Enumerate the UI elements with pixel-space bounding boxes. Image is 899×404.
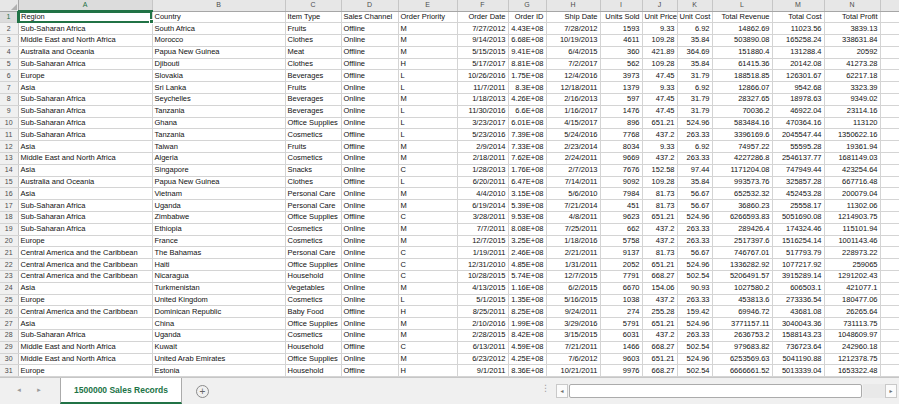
cell-F11[interactable]: 5/23/2016 — [457, 129, 508, 141]
cell-N16[interactable]: 200079.04 — [824, 188, 880, 200]
cell-L25[interactable]: 453813.6 — [712, 294, 772, 306]
cell-E26[interactable]: H — [398, 306, 457, 318]
cell-C5[interactable]: Clothes — [285, 58, 341, 70]
cell-D30[interactable]: Online — [341, 353, 398, 365]
cell-overflow-11[interactable] — [880, 129, 899, 141]
cell-M13[interactable]: 2546137.77 — [772, 153, 824, 165]
cell-H10[interactable]: 4/15/2017 — [546, 117, 600, 129]
cell-M5[interactable]: 20142.08 — [772, 58, 824, 70]
tab-scrollbar-divider-handle[interactable]: ⋮ — [541, 383, 550, 393]
cell-I12[interactable]: 8034 — [600, 141, 642, 153]
cell-N10[interactable]: 113120 — [824, 117, 880, 129]
cell-J9[interactable]: 47.45 — [642, 105, 677, 117]
column-header-M[interactable]: M — [772, 0, 824, 11]
cell-F18[interactable]: 3/28/2011 — [457, 212, 508, 224]
cell-L14[interactable]: 1171204.08 — [712, 164, 772, 176]
cell-H1[interactable]: Ship Date — [546, 11, 600, 23]
cell-G2[interactable]: 4.43E+08 — [508, 23, 546, 35]
cell-A16[interactable]: Asia — [18, 188, 152, 200]
cell-G29[interactable]: 4.59E+08 — [508, 341, 546, 353]
cell-M8[interactable]: 18978.63 — [772, 94, 824, 106]
cell-E2[interactable]: M — [398, 23, 457, 35]
cell-E29[interactable]: C — [398, 341, 457, 353]
cell-B2[interactable]: South Africa — [152, 23, 285, 35]
cell-M25[interactable]: 273336.54 — [772, 294, 824, 306]
cell-A12[interactable]: Asia — [18, 141, 152, 153]
cell-K27[interactable]: 524.96 — [677, 318, 712, 330]
row-header-21[interactable]: 21 — [0, 247, 18, 259]
cell-M26[interactable]: 43681.08 — [772, 306, 824, 318]
cell-L13[interactable]: 4227286.8 — [712, 153, 772, 165]
cell-D1[interactable]: Sales Channel — [341, 11, 398, 23]
row-header-16[interactable]: 16 — [0, 188, 18, 200]
cell-overflow-25[interactable] — [880, 294, 899, 306]
row-header-17[interactable]: 17 — [0, 200, 18, 212]
cell-G26[interactable]: 8.25E+08 — [508, 306, 546, 318]
cell-N9[interactable]: 23114.16 — [824, 105, 880, 117]
cell-N18[interactable]: 1214903.75 — [824, 212, 880, 224]
next-sheet-icon[interactable]: ► — [36, 387, 42, 393]
cell-E5[interactable]: H — [398, 58, 457, 70]
row-header-28[interactable]: 28 — [0, 330, 18, 342]
cell-I22[interactable]: 2052 — [600, 259, 642, 271]
cell-A23[interactable]: Central America and the Caribbean — [18, 271, 152, 283]
cell-D22[interactable]: Online — [341, 259, 398, 271]
cell-E4[interactable]: M — [398, 46, 457, 58]
cell-H15[interactable]: 7/14/2011 — [546, 176, 600, 188]
cell-B3[interactable]: Morocco — [152, 35, 285, 47]
cell-N22[interactable]: 259065 — [824, 259, 880, 271]
cell-overflow-26[interactable] — [880, 306, 899, 318]
cell-K17[interactable]: 56.67 — [677, 200, 712, 212]
cell-D26[interactable]: Offline — [341, 306, 398, 318]
cell-H18[interactable]: 4/8/2011 — [546, 212, 600, 224]
cell-M31[interactable]: 5013339.04 — [772, 365, 824, 377]
cell-K20[interactable]: 263.33 — [677, 235, 712, 247]
column-header-E[interactable]: E — [398, 0, 457, 11]
cell-L3[interactable]: 503890.08 — [712, 35, 772, 47]
cell-B22[interactable]: Haiti — [152, 259, 285, 271]
cell-C10[interactable]: Office Supplies — [285, 117, 341, 129]
cell-K5[interactable]: 35.84 — [677, 58, 712, 70]
cell-D5[interactable]: Offline — [341, 58, 398, 70]
cell-L30[interactable]: 6253569.63 — [712, 353, 772, 365]
cell-K16[interactable]: 56.67 — [677, 188, 712, 200]
cell-G16[interactable]: 3.15E+08 — [508, 188, 546, 200]
cell-J26[interactable]: 255.28 — [642, 306, 677, 318]
cell-J14[interactable]: 152.58 — [642, 164, 677, 176]
cell-K7[interactable]: 6.92 — [677, 82, 712, 94]
cell-E17[interactable]: M — [398, 200, 457, 212]
cell-G8[interactable]: 4.26E+08 — [508, 94, 546, 106]
cell-H27[interactable]: 3/29/2016 — [546, 318, 600, 330]
cell-E13[interactable]: M — [398, 153, 457, 165]
cell-K24[interactable]: 90.93 — [677, 282, 712, 294]
cell-G17[interactable]: 5.39E+08 — [508, 200, 546, 212]
cell-F13[interactable]: 2/18/2011 — [457, 153, 508, 165]
cell-N6[interactable]: 62217.18 — [824, 70, 880, 82]
cell-C1[interactable]: Item Type — [285, 11, 341, 23]
cell-E14[interactable]: C — [398, 164, 457, 176]
cell-L2[interactable]: 14862.69 — [712, 23, 772, 35]
cell-C19[interactable]: Cosmetics — [285, 223, 341, 235]
cell-C23[interactable]: Household — [285, 271, 341, 283]
cell-J17[interactable]: 81.73 — [642, 200, 677, 212]
cell-C28[interactable]: Cosmetics — [285, 330, 341, 342]
cell-J13[interactable]: 437.2 — [642, 153, 677, 165]
cell-E20[interactable]: M — [398, 235, 457, 247]
column-header-G[interactable]: G — [508, 0, 546, 11]
cell-I3[interactable]: 4611 — [600, 35, 642, 47]
cell-M11[interactable]: 2045547.44 — [772, 129, 824, 141]
cell-N28[interactable]: 1048609.97 — [824, 330, 880, 342]
cell-overflow-23[interactable] — [880, 271, 899, 283]
cell-J15[interactable]: 109.28 — [642, 176, 677, 188]
row-header-22[interactable]: 22 — [0, 259, 18, 271]
cell-overflow-19[interactable] — [880, 223, 899, 235]
cell-F22[interactable]: 12/31/2010 — [457, 259, 508, 271]
cell-L1[interactable]: Total Revenue — [712, 11, 772, 23]
cell-K19[interactable]: 263.33 — [677, 223, 712, 235]
cell-L8[interactable]: 28327.65 — [712, 94, 772, 106]
cell-overflow-1[interactable] — [880, 11, 899, 23]
cell-N15[interactable]: 667716.48 — [824, 176, 880, 188]
cell-J10[interactable]: 651.21 — [642, 117, 677, 129]
cell-L27[interactable]: 3771157.11 — [712, 318, 772, 330]
cell-A28[interactable]: Sub-Saharan Africa — [18, 330, 152, 342]
